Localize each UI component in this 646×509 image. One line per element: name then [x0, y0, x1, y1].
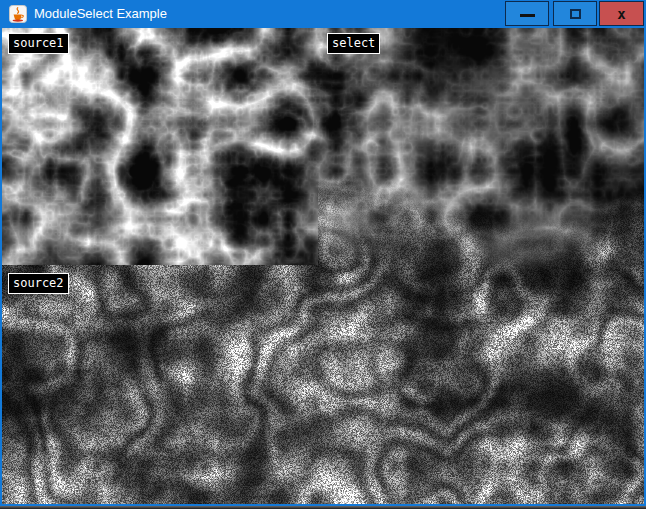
minimize-button[interactable]: [505, 1, 549, 26]
render-viewport: source1 select source2: [2, 28, 644, 504]
close-icon: x: [617, 7, 625, 21]
source1-image: [2, 28, 318, 265]
minimize-icon: [520, 14, 535, 17]
java-cup-icon: [9, 5, 27, 23]
window-title: ModuleSelect Example: [34, 0, 167, 28]
select-label: select: [327, 33, 380, 54]
close-button[interactable]: x: [599, 1, 644, 26]
titlebar[interactable]: ModuleSelect Example x: [0, 0, 646, 28]
maximize-icon: [570, 9, 581, 19]
app-window: ModuleSelect Example x source1 select so…: [0, 0, 646, 509]
source1-label: source1: [8, 33, 69, 54]
source2-label: source2: [8, 273, 69, 294]
maximize-button[interactable]: [553, 1, 597, 26]
